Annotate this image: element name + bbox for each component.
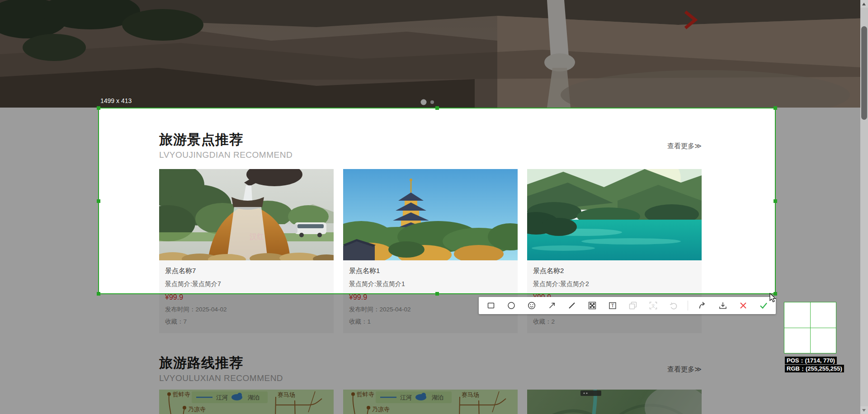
ocr-icon: 文 xyxy=(648,301,658,310)
dim-overlay-top xyxy=(0,0,868,108)
dim-overlay-left xyxy=(0,108,98,294)
capture-toolbar: T 文 xyxy=(479,297,776,314)
share-tool-button[interactable] xyxy=(697,300,708,311)
arrow-icon xyxy=(547,301,557,310)
dim-overlay-right xyxy=(776,108,868,294)
selection-handle-bottom-left[interactable] xyxy=(97,292,100,296)
magnifier-crosshair-horizontal xyxy=(784,328,836,328)
svg-text:文: 文 xyxy=(651,304,655,308)
pin-tool-button-disabled xyxy=(627,300,639,311)
text-tool-button[interactable]: T xyxy=(607,300,618,311)
pen-icon xyxy=(567,301,577,310)
emoji-icon xyxy=(527,301,537,310)
mosaic-tool-button[interactable] xyxy=(586,300,598,311)
scrollbar-up-arrow[interactable] xyxy=(860,0,868,8)
download-tool-button[interactable] xyxy=(717,300,729,311)
selection-handle-top-middle[interactable] xyxy=(435,106,439,110)
scrollbar-thumb[interactable] xyxy=(861,26,867,120)
rectangle-tool-button[interactable] xyxy=(485,300,497,311)
close-icon xyxy=(738,301,748,310)
toolbar-divider xyxy=(688,301,688,310)
check-icon xyxy=(759,301,769,310)
undo-icon xyxy=(669,301,679,310)
selection-size-label: 1499 x 413 xyxy=(100,97,132,104)
screen: 旅游景点推荐 LVYOUJINGDIAN RECOMMEND 查看更多≫ xyxy=(0,0,868,414)
pixel-rgb-readout: RGB：(255,255,255) xyxy=(785,365,844,372)
arrow-tool-button[interactable] xyxy=(546,300,558,311)
cursor-position-readout: POS：(1714, 770) xyxy=(785,357,837,364)
magnifier-preview xyxy=(784,302,836,353)
pen-tool-button[interactable] xyxy=(566,300,578,311)
pin-icon xyxy=(628,301,638,310)
share-icon xyxy=(698,301,708,310)
emoji-tool-button[interactable] xyxy=(526,300,538,311)
selection-handle-middle-right[interactable] xyxy=(774,199,777,203)
selection-handle-bottom-middle[interactable] xyxy=(435,292,439,296)
selection-handle-top-right[interactable] xyxy=(774,106,777,110)
svg-text:T: T xyxy=(611,303,614,308)
ellipse-tool-button[interactable] xyxy=(505,300,517,311)
mouse-cursor xyxy=(769,293,778,305)
selection-handle-middle-left[interactable] xyxy=(97,199,100,203)
confirm-capture-button[interactable] xyxy=(758,300,769,311)
cancel-capture-button[interactable] xyxy=(737,300,749,311)
mosaic-icon xyxy=(587,301,597,310)
download-icon xyxy=(718,301,728,310)
scrollbar-down-arrow[interactable] xyxy=(860,406,868,414)
capture-selection-region[interactable] xyxy=(98,108,776,294)
selection-handle-top-left[interactable] xyxy=(97,106,100,110)
scrollbar-track[interactable] xyxy=(860,0,868,414)
undo-tool-button-disabled xyxy=(668,300,679,311)
text-icon: T xyxy=(608,301,618,310)
ellipse-icon xyxy=(506,301,516,310)
ocr-tool-button-disabled: 文 xyxy=(647,300,659,311)
rectangle-icon xyxy=(486,301,496,310)
